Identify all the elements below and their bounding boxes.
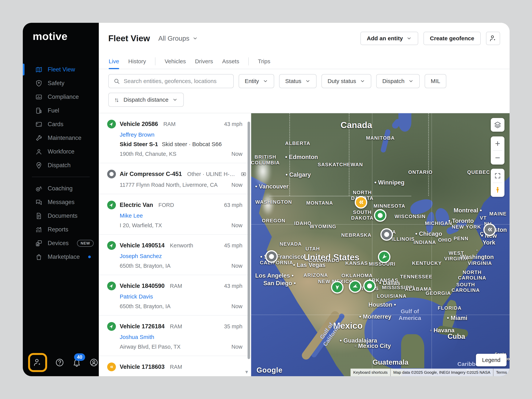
marker-gray-iowa[interactable]: [380, 228, 393, 241]
layers-icon: [494, 121, 501, 129]
list-scroll-down-indicator[interactable]: ▼: [244, 369, 249, 375]
sidebar-item-marketplace[interactable]: Marketplace: [23, 250, 99, 264]
vehicle-address: 190th Rd, Chanute, KS: [120, 151, 176, 157]
last-update-time: Now: [231, 344, 242, 350]
fullscreen-button[interactable]: [491, 169, 504, 183]
profile-icon: [89, 358, 98, 367]
marker-green-el-paso[interactable]: [331, 281, 343, 294]
create-geofence-button[interactable]: Create geofence: [424, 32, 481, 45]
motive-logo[interactable]: motive: [33, 30, 68, 42]
sidebar-item-label: Maintenance: [48, 134, 82, 141]
group-selector[interactable]: All Groups: [158, 35, 198, 42]
tab-history[interactable]: History: [128, 54, 146, 69]
account-button[interactable]: [89, 358, 98, 367]
sidebar-item-documents[interactable]: Documents: [23, 209, 99, 223]
highlight-ring: [28, 353, 47, 372]
map-label: SOUTH DAKOTA: [351, 209, 374, 221]
tab-trips[interactable]: Trips: [258, 54, 270, 69]
marker-gray-san-francisco[interactable]: [265, 250, 278, 263]
page-header: Fleet View All Groups Add an entity Crea…: [99, 23, 510, 54]
driver-link[interactable]: Jeffrey Brown: [120, 132, 242, 138]
marker-gray-boston[interactable]: «: [483, 223, 496, 236]
tab-vehicles[interactable]: Vehicles: [165, 54, 186, 69]
new-badge: NEW: [77, 240, 94, 247]
driver-link[interactable]: Patrick Davis: [120, 293, 242, 300]
keyboard-shortcuts-button[interactable]: Keyboard shortcuts: [351, 369, 390, 376]
sidebar-item-compliance[interactable]: Compliance: [23, 90, 99, 104]
vehicle-row[interactable]: Air Compressor C-451Other · ULINE H-…117…: [99, 163, 251, 194]
street-view-pegman[interactable]: [491, 183, 504, 197]
sidebar-item-fleet-view[interactable]: Fleet View: [23, 63, 99, 76]
vehicle-row[interactable]: Vehicle 1726184RAM35 mphJoshua SmithAirw…: [99, 315, 251, 356]
filter-chip-entity[interactable]: Entity: [239, 74, 274, 88]
sidebar-item-reports[interactable]: Reports: [23, 223, 99, 236]
map-view-control: [491, 169, 504, 197]
vehicle-list: Vehicle 20586RAM43 mphJeffrey BrownSkid …: [99, 113, 251, 376]
sidebar-item-maintenance[interactable]: Maintenance: [23, 131, 99, 145]
notification-count-badge: 40: [74, 353, 85, 361]
us-canada-border: [269, 196, 411, 196]
map[interactable]: CanadaUnited StatesMexicoGuatemalaCubaAL…: [251, 113, 510, 376]
tab-assets[interactable]: Assets: [222, 54, 239, 69]
marker-green-south-dakota[interactable]: [374, 209, 386, 222]
legend-button[interactable]: Legend: [476, 354, 507, 366]
vehicle-row[interactable]: Vehicle 20586RAM43 mphJeffrey BrownSkid …: [99, 113, 251, 163]
sidebar-item-label: Documents: [48, 212, 77, 219]
zoom-in-button[interactable]: +: [491, 136, 504, 150]
search-input[interactable]: Search entities, geofences, locations: [108, 74, 234, 88]
sidebar-item-workforce[interactable]: Workforce: [23, 145, 99, 158]
moving-vehicle-icon: [107, 201, 116, 209]
tab-drivers[interactable]: Drivers: [195, 54, 213, 69]
add-entity-button[interactable]: Add an entity: [361, 32, 418, 45]
filter-chip-dispatch[interactable]: Dispatch: [376, 74, 420, 88]
sidebar-item-devices[interactable]: DevicesNEW: [23, 236, 99, 250]
marker-yellow-north-dakota[interactable]: «: [355, 196, 367, 209]
vehicle-row[interactable]: Vehicle 1840590RAM43 mphPatrick Davis650…: [99, 275, 251, 315]
sidebar-item-fuel[interactable]: Fuel: [23, 104, 99, 117]
notifications-button[interactable]: 40: [72, 358, 81, 367]
vehicle-row[interactable]: Electric VanFORD63 mphMike LeeI 20, Warf…: [99, 194, 251, 234]
driver-link[interactable]: Mike Lee: [120, 212, 242, 219]
zoom-out-button[interactable]: −: [491, 151, 504, 165]
vehicle-row[interactable]: Vehicle 1490514Kenworth45 mphJoseph Sanc…: [99, 234, 251, 275]
vehicle-make: RAM: [170, 283, 182, 289]
filter-chip-status[interactable]: Status: [279, 74, 317, 88]
admin-button[interactable]: [33, 358, 42, 367]
sidebar-item-coaching[interactable]: Coaching: [23, 182, 99, 195]
sidebar-item-dispatch[interactable]: Dispatch: [23, 158, 99, 172]
sidebar-item-messages[interactable]: Messages: [23, 195, 99, 209]
map-layers-button[interactable]: [491, 118, 504, 132]
map-label: • Edmonton: [285, 154, 318, 161]
chevron-down-icon: [263, 78, 268, 84]
vehicle-address: 11777 Flynn Road North, Livermore, CA: [120, 182, 218, 188]
map-data-text: Map data ©2025 Google, INEGI Imagery ©20…: [390, 369, 493, 376]
map-label: UTAH: [305, 246, 320, 252]
marker-green-missouri[interactable]: [378, 251, 390, 263]
marker-green-west-texas[interactable]: [349, 280, 361, 293]
vehicle-row[interactable]: «Vehicle 1718603RAM: [99, 356, 251, 376]
graticule-line: [251, 224, 510, 225]
devices-icon: [35, 240, 42, 247]
admin-users-button[interactable]: [486, 32, 500, 45]
driver-link[interactable]: Joseph Sanchez: [120, 253, 242, 259]
sidebar-item-safety[interactable]: Safety: [23, 76, 99, 90]
tab-live[interactable]: Live: [109, 54, 119, 69]
driver-link[interactable]: Joshua Smith: [120, 334, 242, 340]
sort-dispatch-distance[interactable]: ↑↓ Dispatch distance: [108, 93, 184, 107]
list-scrollbar[interactable]: [247, 122, 250, 359]
chat-icon: [35, 199, 42, 206]
google-logo[interactable]: Google: [256, 366, 283, 374]
vehicle-address: 650th St, Brayton, IA: [120, 303, 171, 310]
map-label: ALBERTA: [285, 141, 310, 146]
search-placeholder: Search entities, geofences, locations: [124, 78, 217, 84]
help-button[interactable]: [55, 358, 64, 367]
terms-link[interactable]: Terms: [493, 369, 510, 376]
filter-chip-mil[interactable]: MIL: [425, 74, 446, 88]
filter-chip-duty-status[interactable]: Duty status: [322, 74, 371, 88]
map-label: United States: [304, 252, 360, 262]
sidebar-item-cards[interactable]: Cards: [23, 117, 99, 131]
marker-green-texas[interactable]: [363, 280, 376, 292]
graticule-line: [431, 113, 432, 376]
sidebar-divider: [32, 177, 90, 177]
sort-arrows-icon: ↑↓: [114, 96, 118, 103]
